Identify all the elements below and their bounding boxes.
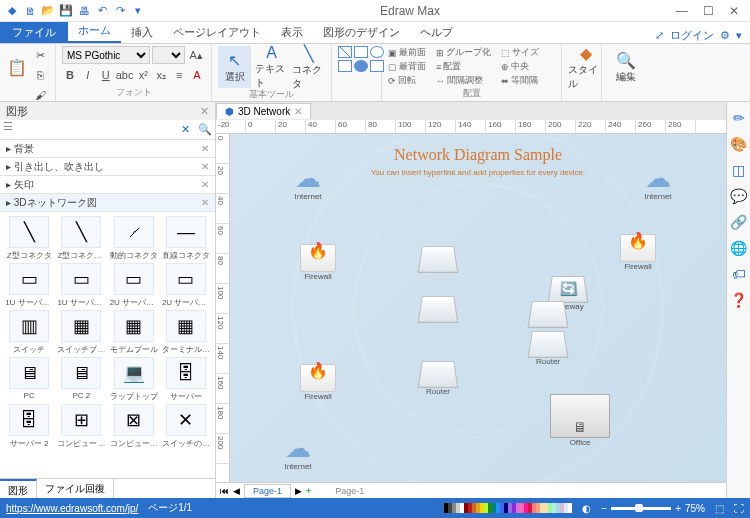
- shape-circle[interactable]: [354, 60, 368, 72]
- page-tab-1[interactable]: Page-1: [244, 484, 291, 498]
- diagram-node-office[interactable]: Office: [550, 394, 610, 447]
- send-back[interactable]: ▢ 最背面: [388, 60, 426, 73]
- fullscreen-icon[interactable]: ⛶: [734, 503, 744, 514]
- status-url[interactable]: https://www.edrawsoft.com/jp/: [6, 503, 138, 514]
- shapes-search-input[interactable]: [16, 120, 175, 139]
- shape-stencil[interactable]: ⊞コンピュータ...: [56, 404, 106, 449]
- search-icon[interactable]: 🔍: [195, 120, 215, 139]
- diagram-node-rt1[interactable]: Router: [530, 329, 566, 366]
- group[interactable]: ⊞ グループ化: [436, 46, 491, 59]
- shape-stencil[interactable]: 🖥PC: [4, 357, 54, 402]
- select-tool[interactable]: ↖選択: [218, 46, 251, 88]
- font-color-button[interactable]: A: [189, 66, 205, 84]
- shape-stencil[interactable]: ✕スイッチの記号: [161, 404, 211, 449]
- diagram-node-cloud3[interactable]: ☁Internet: [280, 434, 316, 471]
- tab-home[interactable]: ホーム: [68, 20, 121, 43]
- tab-view[interactable]: 表示: [271, 22, 313, 43]
- zoom-slider[interactable]: [611, 507, 671, 510]
- italic-button[interactable]: I: [80, 66, 96, 84]
- size[interactable]: ⬚ サイズ: [501, 46, 539, 59]
- shape-stencil[interactable]: —直線コネクタ: [161, 216, 211, 261]
- shape-stencil[interactable]: ╲Z型コネクタ 2: [56, 216, 106, 261]
- app-icon[interactable]: ◆: [4, 3, 20, 19]
- shape-stencil[interactable]: ▭2U サーバー...: [109, 263, 159, 308]
- shape-rect2[interactable]: [338, 60, 352, 72]
- equal[interactable]: ⬌ 等間隔: [501, 74, 539, 87]
- tab-shape-design[interactable]: 図形のデザイン: [313, 22, 410, 43]
- zoom-out-button[interactable]: −: [601, 503, 607, 514]
- shape-stencil[interactable]: 🖥PC 2: [56, 357, 106, 402]
- qat-dropdown-icon[interactable]: ▾: [130, 3, 146, 19]
- login-link[interactable]: ログイン: [670, 28, 714, 43]
- pencil-icon[interactable]: ✏: [733, 110, 745, 126]
- shape-stencil[interactable]: ▦ターミナルサ...: [161, 310, 211, 355]
- spacing[interactable]: ↔ 間隔調整: [436, 74, 491, 87]
- center[interactable]: ⊕ 中央: [501, 60, 539, 73]
- open-icon[interactable]: 📂: [40, 3, 56, 19]
- shape-stencil[interactable]: 🗄サーバー: [161, 357, 211, 402]
- link-icon[interactable]: 🔗: [730, 214, 747, 230]
- panel-close-icon[interactable]: ✕: [200, 105, 209, 118]
- document-tab[interactable]: ⬢ 3D Network ✕: [216, 103, 311, 119]
- color-swatch[interactable]: [568, 503, 572, 513]
- shape-stencil[interactable]: ▭1U サーバー...: [56, 263, 106, 308]
- diagram-node-sv1[interactable]: [420, 244, 456, 272]
- copy-button[interactable]: ⎘: [31, 66, 49, 84]
- shape-stencil[interactable]: ▭1U サーバー...: [4, 263, 54, 308]
- page-nav-next[interactable]: ▶: [295, 486, 302, 496]
- layers-icon[interactable]: ◫: [732, 162, 745, 178]
- shape-rect[interactable]: [354, 46, 368, 58]
- close-button[interactable]: ✕: [722, 2, 746, 20]
- shape-line[interactable]: [338, 46, 352, 58]
- close-doc-icon[interactable]: ✕: [294, 106, 302, 117]
- text-tool[interactable]: Aテキスト: [255, 46, 288, 88]
- super-button[interactable]: x²: [135, 66, 151, 84]
- shape-stencil[interactable]: ▦モデムプール: [109, 310, 159, 355]
- shape-stencil[interactable]: ▥スイッチ: [4, 310, 54, 355]
- help-icon[interactable]: ❓: [730, 292, 747, 308]
- add-page-button[interactable]: +: [306, 486, 311, 496]
- rotate[interactable]: ⟳ 回転: [388, 74, 426, 87]
- tab-help[interactable]: ヘルプ: [410, 22, 463, 43]
- new-icon[interactable]: 🗎: [22, 3, 38, 19]
- sub-button[interactable]: x₂: [153, 66, 169, 84]
- tab-file[interactable]: ファイル: [0, 22, 68, 43]
- shape-stencil[interactable]: ⟋動的コネクタ: [109, 216, 159, 261]
- palette-icon[interactable]: 🎨: [730, 136, 747, 152]
- diagram-node-sv2[interactable]: [420, 294, 456, 322]
- diagram-node-rt2[interactable]: Router: [420, 359, 456, 396]
- shape-stencil[interactable]: ▭2U サーバー...: [161, 263, 211, 308]
- collapse-ribbon-icon[interactable]: ⤢: [655, 29, 664, 42]
- shape-stencil[interactable]: 💻ラップトップ: [109, 357, 159, 402]
- clear-search-icon[interactable]: ✕: [175, 120, 195, 139]
- shape-stencil[interactable]: ╲Z型コネクタ: [4, 216, 54, 261]
- font-name-select[interactable]: MS PGothic: [62, 46, 150, 64]
- style-button[interactable]: ◆スタイル: [568, 46, 604, 88]
- print-icon[interactable]: 🖶: [76, 3, 92, 19]
- edit-button[interactable]: 🔍編集: [608, 46, 644, 88]
- strike-button[interactable]: abc: [116, 66, 134, 84]
- increase-font-icon[interactable]: A▴: [187, 46, 205, 64]
- canvas[interactable]: Network Diagram Sample You can insert hy…: [230, 134, 726, 482]
- bring-front[interactable]: ▣ 最前面: [388, 46, 426, 59]
- maximize-button[interactable]: ☐: [696, 2, 720, 20]
- bullets-button[interactable]: ≡: [171, 66, 187, 84]
- bold-button[interactable]: B: [62, 66, 78, 84]
- underline-button[interactable]: U: [98, 66, 114, 84]
- page-nav-first[interactable]: ⏮: [220, 486, 229, 496]
- tab-file-recovery[interactable]: ファイル回復: [37, 479, 114, 498]
- shape-stencil[interactable]: ⊠コンピュータ...: [109, 404, 159, 449]
- font-size-select[interactable]: [152, 46, 185, 64]
- undo-icon[interactable]: ↶: [94, 3, 110, 19]
- tab-page-layout[interactable]: ページレイアウト: [163, 22, 271, 43]
- settings-icon[interactable]: ⚙: [720, 29, 730, 42]
- diagram-node-cloud2[interactable]: ☁Internet: [640, 164, 676, 201]
- save-icon[interactable]: 💾: [58, 3, 74, 19]
- cut-button[interactable]: ✂: [31, 46, 49, 64]
- category-item[interactable]: ▸ 3Dネットワーク図✕: [0, 194, 215, 212]
- connector-tool[interactable]: ╲コネクタ: [292, 46, 325, 88]
- category-item[interactable]: ▸ 背景✕: [0, 140, 215, 158]
- theme-icon[interactable]: ◐: [582, 503, 591, 514]
- minimize-button[interactable]: —: [670, 2, 694, 20]
- tab-insert[interactable]: 挿入: [121, 22, 163, 43]
